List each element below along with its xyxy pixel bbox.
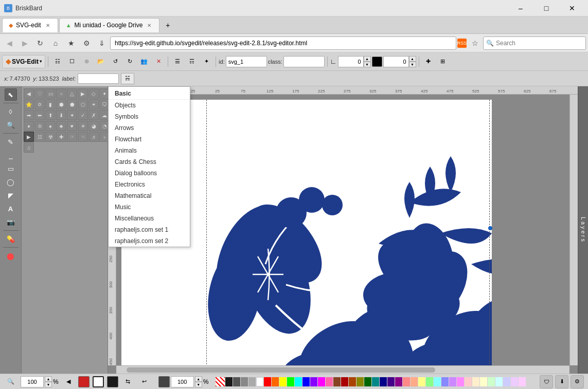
forward-button[interactable]: ▶ — [17, 36, 32, 50]
adblock-icon[interactable]: 🛡 — [540, 375, 553, 388]
zoom-down-btn[interactable]: ▼ — [45, 382, 52, 387]
undo-history-btn[interactable]: ☷ — [51, 55, 64, 68]
scrollbar-thumb-h[interactable] — [127, 367, 435, 373]
shape-circle[interactable]: ○ — [56, 88, 66, 99]
stroke-color-swatch[interactable] — [93, 376, 104, 387]
menu-item-symbols[interactable]: Symbols — [109, 111, 190, 122]
hist-back-btn[interactable]: ◀ — [62, 375, 75, 388]
shape-misc1[interactable]: ♦ — [24, 121, 34, 131]
palette-magenta[interactable] — [318, 377, 325, 386]
align2-btn[interactable]: ☶ — [185, 55, 199, 68]
zoom-out-btn[interactable]: 🔍 — [4, 375, 17, 388]
pencil-tool[interactable]: ✎ — [5, 136, 17, 148]
palette-navy[interactable] — [380, 377, 387, 386]
shape-4star[interactable]: ✦ — [67, 110, 77, 120]
menu-item-mathematical[interactable]: Mathematical — [109, 190, 190, 201]
shape-misc16[interactable]: ♫ — [24, 142, 34, 153]
layers-panel[interactable]: Layers — [578, 86, 588, 374]
wand-btn[interactable]: ✦ — [200, 55, 213, 68]
palette-extra8[interactable] — [519, 377, 526, 386]
palette-orange[interactable] — [272, 377, 279, 386]
star-icon[interactable]: ☆ — [468, 36, 482, 50]
shape-rtriangle[interactable]: ▶ — [78, 88, 88, 99]
color-fill-tool[interactable]: ⬤ — [5, 250, 17, 262]
select-tool[interactable]: ⬉ — [5, 88, 17, 101]
opacity-input[interactable] — [383, 56, 409, 67]
shape-arrow-l[interactable]: ⬅ — [34, 110, 45, 120]
shape-triangle[interactable]: △ — [67, 88, 77, 99]
minimize-button[interactable]: – — [509, 0, 532, 16]
palette-teal[interactable] — [372, 377, 379, 386]
palette-darkmagenta[interactable] — [395, 377, 402, 386]
shape-misc2[interactable]: ♔ — [34, 121, 45, 131]
shape-active-icon[interactable]: ▶ — [24, 132, 34, 142]
zoom-input[interactable] — [21, 376, 44, 387]
palette-lavender[interactable] — [449, 377, 456, 386]
bg-color-swatch[interactable] — [107, 376, 118, 387]
palette-extra7[interactable] — [511, 377, 518, 386]
shape-arrow-d[interactable]: ⬇ — [56, 110, 66, 120]
opacity-input-bottom[interactable] — [171, 376, 194, 387]
text-tool[interactable]: A — [5, 202, 17, 215]
menu-item-electronics[interactable]: Electronics — [109, 179, 190, 190]
shape-misc12[interactable]: ☞ — [67, 132, 77, 142]
shape-misc13[interactable]: ☜ — [78, 132, 88, 142]
new-tab-button[interactable]: + — [161, 18, 175, 32]
path-tool[interactable]: ◤ — [5, 189, 17, 201]
palette-purple[interactable] — [387, 377, 395, 386]
menu-item-cards[interactable]: Cards & Chess — [109, 156, 190, 168]
palette-lightyellow[interactable] — [418, 377, 425, 386]
menu-item-dialog[interactable]: Dialog balloons — [109, 168, 190, 179]
zoom-tool[interactable]: 🔍 — [5, 119, 17, 131]
shape-star6[interactable]: ✡ — [34, 99, 45, 109]
menu-item-music[interactable]: Music — [109, 201, 190, 213]
canvas-back-btn[interactable]: ☐ — [65, 55, 79, 68]
shape-misc4[interactable]: ♣ — [56, 121, 66, 131]
palette-lightcyan[interactable] — [434, 377, 441, 386]
shape-select-btn[interactable]: ◀ — [24, 88, 34, 99]
reload-button[interactable]: ↻ — [33, 36, 47, 50]
color-swatch[interactable] — [372, 57, 382, 67]
delete-btn[interactable]: ✕ — [152, 55, 165, 68]
menu-item-arrows[interactable]: Arrows — [109, 122, 190, 134]
opacity-up-btn[interactable]: ▲ — [409, 56, 416, 62]
label-icon-btn[interactable]: ☵ — [121, 73, 134, 84]
shape-misc5[interactable]: ♥ — [67, 121, 77, 131]
shape-check[interactable]: ✓ — [78, 110, 88, 120]
url-bar[interactable] — [110, 36, 456, 50]
palette-black[interactable] — [225, 377, 233, 386]
angle-down-btn[interactable]: ▼ — [364, 62, 371, 67]
shape-misc10[interactable]: ☢ — [45, 132, 56, 142]
eyedropper-tool[interactable]: 💊 — [5, 233, 17, 245]
home-button[interactable]: ⌂ — [48, 36, 63, 50]
opacity-down-btn[interactable]: ▼ — [409, 62, 416, 67]
palette-extra3[interactable] — [480, 377, 487, 386]
tab-google-drive[interactable]: ▲ Mi unidad - Google Drive ✕ — [59, 18, 160, 32]
settings-status-icon[interactable]: ⚙ — [571, 375, 584, 388]
palette-lightpink[interactable] — [457, 377, 464, 386]
shape-misc6[interactable]: ☀ — [78, 121, 88, 131]
align-btn[interactable]: ☰ — [171, 55, 184, 68]
palette-lightred[interactable] — [403, 377, 410, 386]
palette-extra5[interactable] — [495, 377, 503, 386]
open-btn[interactable]: 📂 — [94, 55, 108, 68]
reset-colors-btn[interactable]: ↩ — [138, 375, 151, 388]
shape-heart[interactable]: ♡ — [34, 88, 45, 99]
menu-item-animals[interactable]: Animals — [109, 145, 190, 156]
close-button[interactable]: ✕ — [560, 0, 584, 16]
palette-gray1[interactable] — [233, 377, 240, 386]
redo-btn[interactable]: ↻ — [123, 55, 136, 68]
palette-blue[interactable] — [302, 377, 310, 386]
shape-rect[interactable]: ▭ — [45, 88, 56, 99]
palette-red[interactable] — [264, 377, 271, 386]
shape-misc14[interactable]: ♬ — [88, 132, 99, 142]
shape-misc3[interactable]: ♠ — [45, 121, 56, 131]
clear-btn[interactable]: ⊗ — [80, 55, 93, 68]
search-input[interactable] — [483, 36, 586, 50]
palette-lightgreen[interactable] — [426, 377, 433, 386]
palette-lime[interactable] — [287, 377, 294, 386]
palette-none[interactable] — [216, 377, 225, 386]
menu-item-raphael2[interactable]: raphaeljs.com set 2 — [109, 235, 190, 247]
download-button[interactable]: ⇓ — [95, 36, 109, 50]
line-tool[interactable]: ⎯ — [5, 149, 17, 161]
